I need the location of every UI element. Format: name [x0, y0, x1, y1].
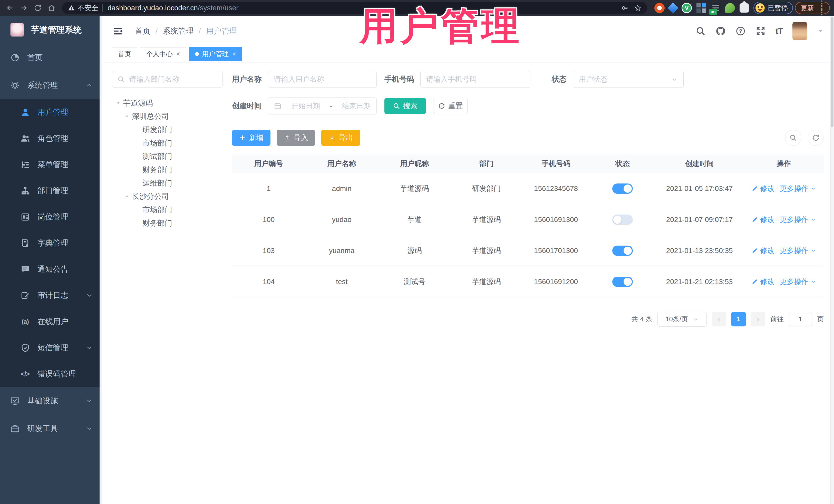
- url-text[interactable]: dashboard.yudao.iocoder.cn/system/user: [108, 4, 239, 12]
- github-icon[interactable]: [716, 26, 726, 36]
- edit-link[interactable]: 修改: [751, 184, 774, 194]
- status-toggle[interactable]: [612, 183, 633, 194]
- edit-link[interactable]: 修改: [751, 277, 774, 287]
- home-nav-icon[interactable]: [46, 2, 58, 14]
- next-page-button[interactable]: ›: [751, 312, 765, 326]
- close-tab-icon[interactable]: ×: [232, 50, 236, 58]
- forward-icon[interactable]: [18, 2, 30, 14]
- browser-update-button[interactable]: 更新 ⋮⋮⋮: [795, 2, 830, 14]
- switch-extension-icon[interactable]: on: [711, 3, 721, 13]
- page-scrollbar[interactable]: [830, 16, 834, 504]
- sidebar-item-8[interactable]: 通知公告: [0, 256, 102, 282]
- toggle-search-button[interactable]: [785, 130, 801, 146]
- sidebar-item-10[interactable]: (a)在线用户: [0, 308, 102, 335]
- cell-nickname: 芋道源码: [378, 173, 451, 204]
- scrollbar-thumb[interactable]: [831, 17, 833, 127]
- cell-created: 2021-01-13 23:50:35: [655, 235, 744, 266]
- tree-node-7[interactable]: 长沙分公司: [112, 190, 223, 203]
- more-actions-link[interactable]: 更多操作: [780, 246, 816, 256]
- more-actions-link[interactable]: 更多操作: [780, 215, 816, 224]
- sidebar-item-2[interactable]: 用户管理: [0, 99, 102, 125]
- ubuntu-extension-icon[interactable]: [654, 3, 665, 13]
- tree-expand-icon[interactable]: [115, 100, 123, 106]
- sidebar-item-14[interactable]: 研发工具: [0, 415, 102, 442]
- tree-node-3[interactable]: 市场部门: [112, 136, 223, 150]
- user-avatar[interactable]: [792, 22, 807, 40]
- status-select[interactable]: 用户状态: [573, 71, 684, 88]
- font-size-icon[interactable]: tT: [775, 26, 783, 36]
- sidebar-item-0[interactable]: 首页: [0, 44, 102, 71]
- prev-page-button[interactable]: ‹: [712, 312, 726, 326]
- date-range-picker[interactable]: 开始日期 - 结束日期: [268, 97, 377, 114]
- add-button[interactable]: 新增: [232, 130, 270, 146]
- tree-node-1[interactable]: 深圳总公司: [112, 110, 223, 123]
- sidebar-item-1[interactable]: 系统管理: [0, 71, 102, 99]
- tree-node-5[interactable]: 财务部门: [112, 163, 223, 177]
- tree-node-4[interactable]: 测试部门: [112, 150, 223, 163]
- back-icon[interactable]: [4, 2, 16, 14]
- tree-node-8[interactable]: 市场部门: [112, 203, 223, 217]
- help-icon[interactable]: ?: [736, 26, 746, 36]
- leaf-extension-icon[interactable]: [725, 3, 735, 13]
- tree-node-6[interactable]: 运维部门: [112, 177, 223, 190]
- sidebar-item-5[interactable]: 部门管理: [0, 178, 102, 204]
- sidebar-item-7[interactable]: 字典管理: [0, 230, 102, 256]
- grid-extension-icon[interactable]: [697, 3, 706, 13]
- sidebar-scrollbar[interactable]: [100, 16, 102, 504]
- mobile-input[interactable]: [426, 75, 524, 83]
- tree-expand-icon[interactable]: [124, 114, 132, 119]
- app-logo[interactable]: 芋道管理系统: [0, 16, 102, 44]
- tree-node-0[interactable]: 芋道源码: [112, 96, 223, 110]
- sidebar-item-4[interactable]: 菜单管理: [0, 151, 102, 178]
- status-toggle[interactable]: [612, 246, 633, 256]
- browser-profile-button[interactable]: 已暂停: [753, 2, 793, 14]
- export-button[interactable]: 导出: [321, 130, 360, 146]
- collapse-sidebar-icon[interactable]: [112, 25, 124, 37]
- more-actions-link[interactable]: 更多操作: [780, 184, 816, 194]
- gem-extension-icon[interactable]: [668, 3, 679, 13]
- tab-0[interactable]: 首页: [112, 47, 137, 61]
- sidebar-item-13[interactable]: 基础设施: [0, 387, 102, 415]
- import-button[interactable]: 导入: [277, 130, 315, 146]
- reset-button[interactable]: 重置: [433, 98, 467, 114]
- upload-icon: [284, 134, 291, 141]
- sidebar-item-9[interactable]: 审计日志: [0, 282, 102, 308]
- tab-1[interactable]: 个人中心×: [140, 47, 186, 61]
- address-bar[interactable]: 不安全 dashboard.yudao.iocoder.cn/system/us…: [62, 2, 647, 14]
- security-label[interactable]: 不安全: [78, 3, 98, 13]
- vue-devtools-icon[interactable]: V: [682, 3, 692, 13]
- tree-node-2[interactable]: 研发部门: [112, 123, 223, 136]
- tab-2[interactable]: 用户管理×: [189, 47, 242, 61]
- key-icon[interactable]: [621, 4, 629, 12]
- tree-expand-icon[interactable]: [124, 194, 132, 199]
- avatar-caret-icon[interactable]: [817, 28, 824, 35]
- username-input[interactable]: [274, 75, 371, 83]
- goto-page-input[interactable]: [789, 312, 812, 326]
- reload-icon[interactable]: [32, 2, 44, 14]
- sidebar-item-12[interactable]: </>错误码管理: [0, 361, 102, 387]
- breadcrumb-system[interactable]: 系统管理: [163, 26, 194, 37]
- gear-icon: [10, 80, 20, 90]
- status-toggle[interactable]: [612, 215, 633, 225]
- refresh-table-button[interactable]: [808, 130, 824, 146]
- dept-search-input[interactable]: [129, 75, 217, 83]
- bookmark-star-icon[interactable]: [634, 4, 641, 12]
- sidebar-item-11[interactable]: 短信管理: [0, 335, 102, 361]
- edit-link[interactable]: 修改: [751, 246, 774, 256]
- menu-tree-icon: [20, 159, 30, 170]
- search-icon[interactable]: [696, 26, 706, 36]
- browser-menu-icon[interactable]: ⋮⋮⋮: [818, 2, 826, 14]
- fullscreen-icon[interactable]: [755, 26, 766, 36]
- close-tab-icon[interactable]: ×: [176, 50, 180, 58]
- more-actions-link[interactable]: 更多操作: [780, 277, 816, 287]
- status-toggle[interactable]: [612, 277, 633, 287]
- tree-node-9[interactable]: 财务部门: [112, 217, 223, 230]
- page-size-select[interactable]: 10条/页: [657, 312, 707, 327]
- current-page-button[interactable]: 1: [731, 312, 746, 326]
- sidebar-item-3[interactable]: 角色管理: [0, 125, 102, 151]
- sidebar-item-6[interactable]: 岗位管理: [0, 204, 102, 230]
- edit-link[interactable]: 修改: [751, 215, 774, 224]
- search-button[interactable]: 搜索: [385, 98, 426, 114]
- puzzle-extensions-icon[interactable]: [740, 3, 749, 13]
- breadcrumb-home[interactable]: 首页: [135, 26, 150, 37]
